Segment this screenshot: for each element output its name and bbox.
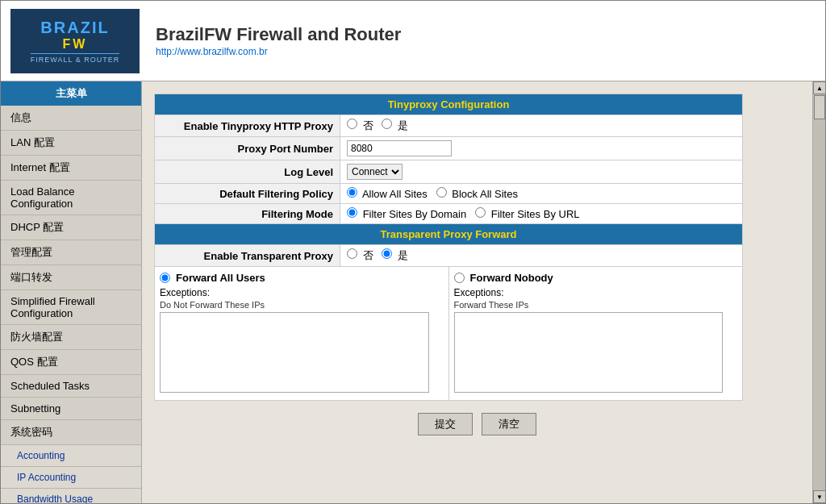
transparent-yes-label[interactable]: 是	[382, 249, 408, 261]
enable-proxy-value: 否 是	[340, 115, 743, 137]
log-level-label: Log Level	[155, 160, 340, 184]
port-input[interactable]	[347, 140, 452, 156]
sidebar-item-accounting[interactable]: Accounting	[1, 445, 141, 467]
forward-nobody-col: Forward Nobody Exceptions: Forward These…	[449, 267, 743, 400]
button-row: 提交 清空	[154, 413, 800, 435]
transparent-no-radio[interactable]	[347, 248, 357, 259]
enable-proxy-label: Enable Tinyproxy HTTP Proxy	[155, 115, 340, 137]
filter-mode-label: Filtering Mode	[155, 204, 340, 224]
allow-all-label[interactable]: Allow All Sites	[347, 188, 430, 200]
content-area: Tinyproxy Configuration Enable Tinyproxy…	[142, 81, 812, 503]
exceptions-forward-label: Exceptions: Forward These IPs	[454, 287, 738, 310]
scroll-down-btn[interactable]: ▼	[813, 490, 825, 503]
scrollbar-thumb[interactable]	[814, 95, 825, 119]
forward-nobody-label: Forward Nobody	[454, 272, 738, 284]
forward-row: Forward All Users Exceptions: Do Not For…	[155, 267, 743, 401]
enable-proxy-yes-label[interactable]: 是	[382, 119, 408, 131]
tinyproxy-section-header: Tinyproxy Configuration	[155, 94, 743, 115]
sidebar-item-info[interactable]: 信息	[1, 106, 141, 131]
logo: BRAZIL FW FIREWALL & ROUTER	[10, 9, 140, 73]
forward-section: Forward All Users Exceptions: Do Not For…	[155, 267, 742, 400]
port-label: Proxy Port Number	[155, 137, 340, 160]
sidebar-item-ip-accounting[interactable]: IP Accounting	[1, 467, 141, 489]
sidebar-item-dhcp[interactable]: DHCP 配置	[1, 215, 141, 240]
exceptions-forward-textarea[interactable]	[454, 312, 724, 393]
filter-url-label[interactable]: Filter Sites By URL	[475, 208, 579, 220]
enable-proxy-no-label[interactable]: 否	[347, 119, 376, 131]
exceptions-donot-label: Exceptions: Do Not Forward These IPs	[160, 287, 444, 310]
submit-button[interactable]: 提交	[418, 413, 473, 435]
page-title: BrazilFW Firewall and Router	[156, 24, 401, 45]
filter-url-radio[interactable]	[475, 207, 486, 218]
scrollbar-track[interactable]	[813, 94, 825, 490]
filter-policy-cell: Allow All Sites Block All Sites	[340, 184, 743, 204]
sidebar-item-internet[interactable]: Internet 配置	[1, 156, 141, 181]
block-all-label[interactable]: Block All Sites	[436, 188, 518, 200]
sidebar-item-loadbalance[interactable]: Load Balance Configuration	[1, 181, 141, 215]
sidebar-item-subnetting[interactable]: Subnetting	[1, 398, 141, 420]
port-value-cell	[340, 137, 743, 160]
scroll-up-btn[interactable]: ▲	[813, 81, 825, 94]
transparent-enable-label: Enable Transparent Proxy	[155, 245, 340, 267]
sidebar-item-qos[interactable]: QOS 配置	[1, 350, 141, 375]
filter-policy-label: Default Filtering Policy	[155, 184, 340, 204]
block-all-radio[interactable]	[436, 187, 447, 198]
sidebar-item-firewall[interactable]: 防火墙配置	[1, 325, 141, 350]
log-level-select[interactable]: Connect Info Warning Error Critical	[347, 164, 403, 180]
forward-all-col: Forward All Users Exceptions: Do Not For…	[155, 267, 448, 400]
sidebar-item-syspassword[interactable]: 系统密码	[1, 420, 141, 445]
transparent-section-header: Transparent Proxy Forward	[155, 224, 743, 245]
transparent-no-label[interactable]: 否	[347, 249, 376, 261]
enable-proxy-yes-radio[interactable]	[382, 119, 392, 129]
header-url[interactable]: http://www.brazilfw.com.br	[156, 46, 268, 57]
logo-tagline: FIREWALL & ROUTER	[31, 53, 119, 64]
filter-domain-label[interactable]: Filter Sites By Domain	[347, 208, 469, 220]
clear-button[interactable]: 清空	[482, 413, 536, 435]
filter-mode-cell: Filter Sites By Domain Filter Sites By U…	[340, 204, 743, 224]
sidebar-item-portforward[interactable]: 端口转发	[1, 265, 141, 290]
logo-sub: FW	[31, 37, 119, 52]
transparent-yes-radio[interactable]	[382, 248, 392, 259]
log-level-cell: Connect Info Warning Error Critical	[340, 160, 743, 184]
forward-all-radio[interactable]	[160, 273, 170, 283]
allow-all-radio[interactable]	[347, 187, 357, 198]
sidebar-item-admin[interactable]: 管理配置	[1, 240, 141, 265]
scrollbar[interactable]: ▲ ▼	[812, 81, 825, 503]
forward-nobody-radio[interactable]	[454, 273, 465, 283]
sidebar-item-lan[interactable]: LAN 配置	[1, 131, 141, 156]
sidebar-item-scheduled[interactable]: Scheduled Tasks	[1, 375, 141, 398]
exceptions-donot-textarea[interactable]	[160, 312, 429, 393]
filter-domain-radio[interactable]	[347, 207, 357, 218]
logo-brand: BRAZIL	[31, 19, 119, 37]
sidebar-item-bandwidth[interactable]: Bandwidth Usage Statistics	[1, 489, 141, 503]
sidebar-item-simplified-fw[interactable]: Simplified Firewall Configuration	[1, 290, 141, 325]
forward-all-label: Forward All Users	[160, 272, 444, 284]
enable-proxy-no-radio[interactable]	[347, 119, 357, 129]
transparent-enable-cell: 否 是	[340, 245, 743, 267]
tinyproxy-table: Tinyproxy Configuration Enable Tinyproxy…	[154, 94, 743, 401]
sidebar-header: 主菜单	[1, 81, 141, 106]
sidebar: 主菜单 信息 LAN 配置 Internet 配置 Load Balance C…	[1, 81, 142, 503]
